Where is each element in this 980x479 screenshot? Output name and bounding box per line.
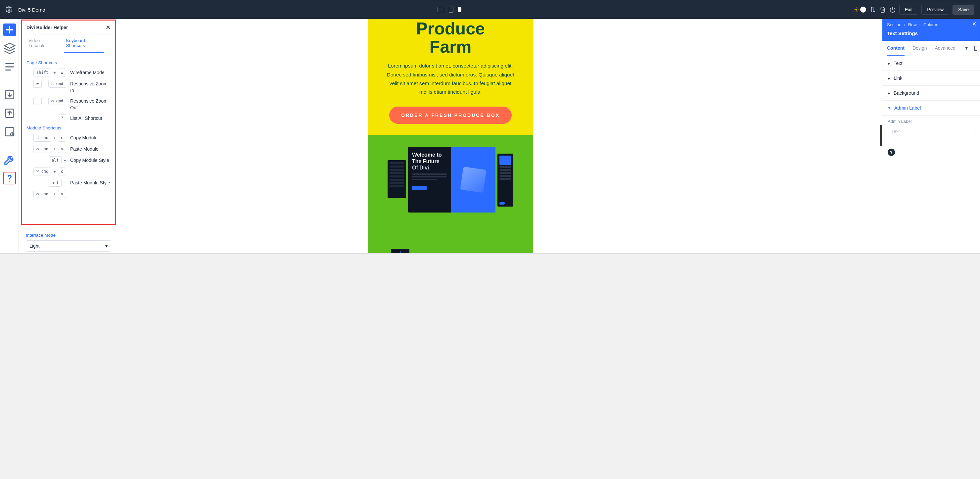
svg-line-9 — [854, 11, 855, 11]
section-background[interactable]: ▶ Background — [882, 86, 980, 101]
canvas[interactable]: Produce Farm Lorem ipsum dolor sit amet,… — [19, 19, 882, 253]
section-admin-label[interactable]: ▼ Admin Label — [882, 101, 980, 116]
theme-toggle[interactable] — [854, 6, 866, 13]
key-shift: shift — [33, 68, 51, 76]
shortcut-paste-module: Paste Module — [70, 145, 99, 153]
promo-line1: Welcome to — [412, 151, 447, 158]
key-alt: alt — [49, 179, 62, 187]
page-title: Divi 5 Demo — [18, 7, 45, 13]
preview-button[interactable]: Preview — [921, 5, 949, 14]
history-icon[interactable] — [3, 126, 16, 138]
key-c: c — [58, 167, 66, 175]
key-cmd: ⌘ cmd — [33, 134, 51, 142]
tools-icon[interactable] — [3, 153, 16, 166]
ui-mock-panel-right — [498, 154, 513, 207]
close-icon[interactable]: ✕ — [106, 24, 111, 31]
key-c: c — [58, 134, 66, 142]
viewport-phone-button[interactable] — [458, 7, 461, 12]
settings-gear-icon[interactable] — [6, 6, 12, 13]
help-button[interactable] — [3, 172, 16, 185]
shortcut-list-all: List All Shortcut — [70, 114, 102, 122]
crumb-column[interactable]: Column — [923, 22, 938, 27]
viewport-switcher — [438, 6, 461, 13]
svg-line-7 — [858, 11, 858, 11]
key-minus: – — [33, 97, 42, 105]
sort-icon[interactable] — [869, 6, 876, 13]
svg-point-21 — [9, 181, 10, 182]
helper-panel: Divi Builder Helper ✕ Video Tutorials Ke… — [21, 19, 116, 225]
viewport-desktop-button[interactable] — [438, 7, 444, 12]
promo-line3: Of Divi — [412, 165, 447, 171]
module-shortcuts-heading: Module Shortcuts — [27, 126, 111, 130]
add-button[interactable] — [3, 24, 16, 36]
crumb-section[interactable]: Section — [887, 22, 901, 27]
key-v: v — [58, 145, 66, 153]
tab-content[interactable]: Content — [887, 41, 905, 56]
shortcut-paste-style: Paste Module Style — [70, 179, 110, 186]
key-question: ? — [58, 114, 66, 122]
shortcut-copy-style: Copy Module Style — [70, 156, 109, 164]
save-button[interactable]: Save — [953, 5, 974, 14]
key-w: w — [58, 68, 66, 76]
viewport-tablet-button[interactable] — [449, 6, 453, 13]
ui-mock-panel-lower — [391, 249, 409, 253]
shortcut-wireframe: Wireframe Mode — [70, 68, 104, 76]
promo-line2: The Future — [412, 158, 447, 165]
import-icon[interactable] — [3, 88, 16, 101]
top-bar: Divi 5 Demo Exit Preview — [0, 0, 980, 19]
ui-mock-panel-main: Welcome to The Future Of Divi — [408, 147, 495, 213]
shortcut-copy-module: Copy Module — [70, 134, 98, 142]
svg-point-1 — [855, 9, 857, 10]
shortcut-zoom-in: Responsive Zoom In — [70, 80, 111, 94]
hero-title: Produce Farm — [416, 19, 485, 56]
trash-icon[interactable] — [880, 6, 886, 13]
section-background-label: Background — [894, 91, 919, 95]
crumb-row[interactable]: Row — [908, 22, 917, 27]
promo-section: Welcome to The Future Of Divi — [368, 135, 533, 253]
section-text[interactable]: ▶ Text — [882, 56, 980, 71]
settings-title: Text Settings — [882, 29, 980, 41]
chevron-down-icon[interactable]: ▾ — [964, 45, 969, 51]
cube-graphic — [460, 167, 486, 193]
theme-toggle-knob — [860, 6, 866, 13]
admin-label-input[interactable] — [888, 126, 974, 137]
promo-mini-button — [412, 186, 426, 190]
section-admin-label-label: Admin Label — [894, 105, 921, 111]
tab-video-tutorials[interactable]: Video Tutorials — [27, 34, 57, 53]
hero-paragraph: Lorem ipsum dolor sit amet, consectetur … — [368, 56, 533, 106]
exit-button[interactable]: Exit — [899, 5, 918, 14]
left-toolbar — [0, 19, 19, 253]
device-phone-icon[interactable] — [973, 45, 979, 51]
list-icon[interactable] — [3, 60, 16, 73]
power-icon[interactable] — [889, 6, 896, 13]
helper-title: Divi Builder Helper — [27, 25, 68, 30]
section-text-label: Text — [894, 60, 902, 66]
settings-panel: Section › Row › Column ✕ Text Settings C… — [882, 19, 980, 253]
section-link[interactable]: ▶ Link — [882, 71, 980, 86]
key-equals: = — [33, 80, 42, 88]
admin-label-field-label: Admin Label — [888, 119, 974, 124]
shortcut-zoom-out: Responsive Zoom Out — [70, 97, 111, 111]
mobile-preview: Produce Farm Lorem ipsum dolor sit amet,… — [368, 19, 533, 253]
ui-mock-panel-left — [388, 160, 406, 198]
close-icon[interactable]: ✕ — [972, 21, 976, 27]
key-v: v — [58, 190, 66, 198]
tab-keyboard-shortcuts[interactable]: Keyboard Shortcuts — [64, 34, 104, 53]
layers-icon[interactable] — [3, 42, 16, 55]
export-icon[interactable] — [3, 107, 16, 119]
tab-design[interactable]: Design — [913, 41, 927, 56]
key-cmd: ⌘ cmd — [33, 145, 51, 153]
cta-button[interactable]: ORDER A FRESH PRODUCE BOX — [389, 107, 512, 124]
tab-advanced[interactable]: Advanced — [935, 41, 955, 56]
section-link-label: Link — [894, 75, 902, 81]
page-shortcuts-heading: Page Shortcuts — [27, 60, 111, 65]
scrollbar-thumb[interactable] — [880, 125, 882, 146]
key-alt: alt — [49, 156, 62, 164]
key-cmd: ⌘ cmd — [48, 80, 66, 88]
help-icon[interactable]: ? — [888, 149, 895, 156]
svg-line-8 — [858, 8, 858, 8]
svg-point-0 — [8, 9, 10, 11]
key-cmd: ⌘ cmd — [48, 97, 66, 105]
key-cmd: ⌘ cmd — [33, 190, 51, 198]
svg-line-6 — [854, 8, 855, 8]
